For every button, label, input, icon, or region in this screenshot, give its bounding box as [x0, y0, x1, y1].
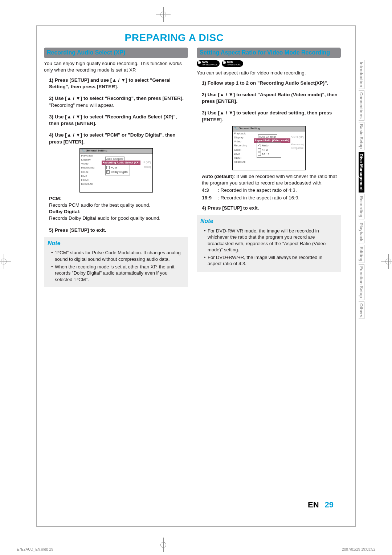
tab-basic-setup[interactable]: Basic Setup: [359, 122, 364, 151]
page-frame: Recording Audio Select (XP) You can enjo…: [36, 25, 356, 527]
note-item: For DVD+RW/+R, the image will always be …: [204, 254, 337, 267]
tab-introduction[interactable]: Introduction: [359, 60, 364, 89]
tab-recording[interactable]: Recording: [359, 194, 364, 219]
note-item: When the recording mode is set at other …: [51, 264, 184, 283]
side-tabs: Introduction Connections Basic Setup Dis…: [358, 59, 366, 320]
note-title: Note: [200, 217, 337, 226]
tab-function-setup[interactable]: Function Setup: [359, 264, 364, 300]
note-item: For DVD-RW VR mode, the image will be re…: [204, 228, 337, 253]
right-note: Note For DVD-RW VR mode, the image will …: [197, 215, 341, 272]
dvd-badges: DVD-RW VIDEO MODE DVD-R VIDEO MODE: [197, 60, 341, 67]
pcm-heading: PCM:: [49, 196, 62, 201]
left-step2: 2) Use [▲ / ▼] to select "Recording", th…: [49, 95, 188, 102]
right-step4: 4) Press [SETUP] to exit.: [202, 205, 341, 211]
left-step4: 4) Use [▲ / ▼] to select "PCM" or "Dolby…: [49, 132, 188, 145]
left-step5: 5) Press [SETUP] to exit.: [49, 227, 188, 234]
page-number: EN29: [308, 500, 334, 510]
ratio-43: 4:3: Recorded in the aspect ratio of 4:3…: [202, 187, 341, 194]
pcm-text: Records PCM audio for the best quality s…: [49, 202, 188, 208]
right-column: Setting Aspect Ratio for Video Mode Reco…: [197, 48, 341, 287]
dvd-r-badge: DVD-R VIDEO MODE: [222, 60, 243, 67]
tab-editing[interactable]: Editing: [359, 245, 364, 263]
right-step3: 3) Use [▲ / ▼] to select your desired se…: [202, 110, 341, 123]
dvd-rw-badge: DVD-RW VIDEO MODE: [197, 60, 220, 67]
dd-heading: Dolby Digital:: [49, 209, 81, 214]
right-intro: You can set aspect ratio for video mode …: [197, 70, 341, 76]
tab-disc-management[interactable]: Disc Management: [359, 152, 364, 193]
osd-menu: PlaybackDisplayVideoRecordingClockDivXHD…: [81, 154, 99, 186]
footer-right: 2007/01/29 19:03:52: [342, 547, 375, 551]
section-heading-right: Setting Aspect Ratio for Video Mode Reco…: [197, 48, 341, 58]
left-intro: You can enjoy high quality sound recordi…: [44, 60, 188, 73]
osd-options: PCM Dolby Digital: [105, 165, 130, 175]
osd-screenshot-right: 🔧General Setting PlaybackDisplayVideoRec…: [232, 126, 306, 170]
auto-desc: Auto (default): It will be recorded with…: [202, 173, 341, 186]
right-step2: 2) Use [▲ / ▼] to select "Aspect Ratio (…: [202, 92, 341, 105]
tool-icon: 🔧: [234, 127, 238, 131]
right-step1: 1) Follow step 1 to 2 on "Recording Audi…: [202, 80, 341, 86]
left-step2b: "Recording" menu will appear.: [49, 102, 188, 109]
footer-left: E7E7AUD_EN.indb 29: [17, 547, 53, 551]
dd-text: Records Dolby Digital audio for good qua…: [49, 215, 188, 222]
osd-options: Auto 4 : 3 16 : 9: [257, 142, 281, 158]
osd-menu: PlaybackDisplayVideoRecordingClockDivXHD…: [234, 131, 252, 164]
left-note: Note "PCM" stands for Pulse Code Modulat…: [44, 237, 188, 287]
tab-connections[interactable]: Connections: [359, 90, 364, 121]
note-title: Note: [48, 239, 184, 248]
tool-icon: 🔧: [81, 149, 85, 153]
left-step1: 1) Press [SETUP] and use [▲ / ▼] to sele…: [49, 77, 188, 90]
note-item: "PCM" stands for Pulse Code Modulation. …: [51, 250, 184, 262]
left-column: Recording Audio Select (XP) You can enjo…: [44, 48, 188, 287]
footer: E7E7AUD_EN.indb 29 2007/01/29 19:03:52: [0, 547, 392, 551]
tab-playback[interactable]: Playback: [359, 221, 364, 243]
ratio-169: 16:9: Recorded in the aspect ratio of 16…: [202, 195, 341, 201]
osd-screenshot-left: 🔧General Setting PlaybackDisplayVideoRec…: [79, 148, 153, 193]
section-heading-left: Recording Audio Select (XP): [44, 48, 188, 58]
tab-others[interactable]: Others: [359, 301, 364, 319]
left-step3: 3) Use [▲ / ▼] to select "Recording Audi…: [49, 114, 188, 127]
